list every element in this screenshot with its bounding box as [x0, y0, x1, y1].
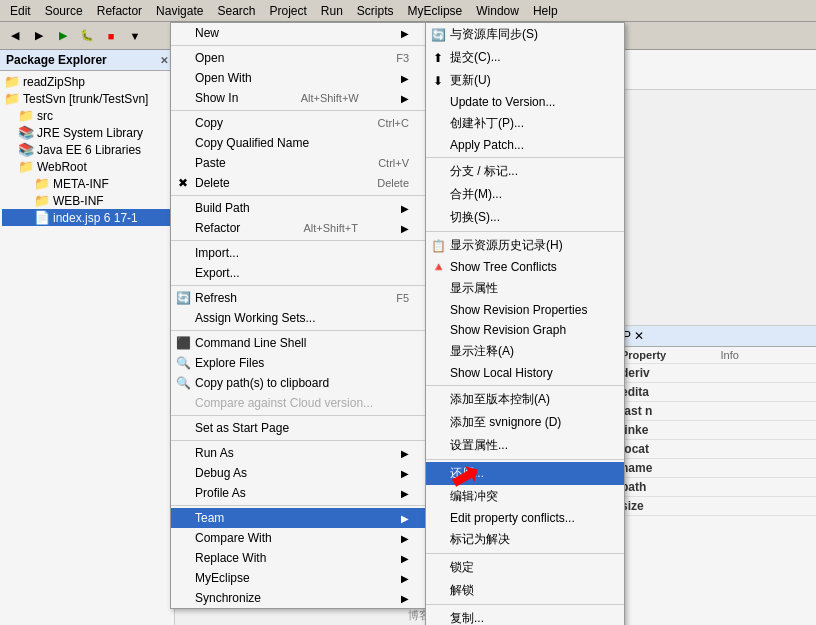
tree-item-jre[interactable]: 📚 JRE System Library — [2, 124, 172, 141]
team-submenu-item[interactable]: Show Revision Properties — [426, 300, 624, 320]
menu-source[interactable]: Source — [39, 2, 89, 20]
submenu-item-icon: 📋 — [430, 239, 446, 253]
tree-item-testsvn[interactable]: 📁 TestSvn [trunk/TestSvn] — [2, 90, 172, 107]
context-menu-item[interactable]: OpenF3 — [171, 48, 429, 68]
team-submenu-item[interactable]: Show Revision Graph — [426, 320, 624, 340]
team-submenu-item[interactable]: 复制... — [426, 607, 624, 625]
context-menu-item[interactable]: Replace With▶ — [171, 548, 429, 568]
team-submenu-item[interactable]: 解锁 — [426, 579, 624, 602]
tree-item-javaee[interactable]: 📚 Java EE 6 Libraries — [2, 141, 172, 158]
submenu-arrow-icon: ▶ — [401, 223, 409, 234]
tree-label: src — [37, 109, 53, 123]
context-menu-item[interactable]: RefactorAlt+Shift+T▶ — [171, 218, 429, 238]
menu-window[interactable]: Window — [470, 2, 525, 20]
team-submenu-item[interactable]: 显示属性 — [426, 277, 624, 300]
context-menu-item[interactable]: Compare against Cloud version... — [171, 393, 429, 413]
submenu-item-icon: 🔺 — [430, 260, 446, 274]
team-submenu-item[interactable]: 分支 / 标记... — [426, 160, 624, 183]
team-submenu-item[interactable]: 切换(S)... — [426, 206, 624, 229]
team-submenu-item[interactable]: Update to Version... — [426, 92, 624, 112]
property-key: path — [617, 478, 717, 496]
menu-separator — [171, 110, 429, 111]
folder-icon: 📁 — [34, 176, 50, 191]
team-submenu-item[interactable]: 编辑冲突 — [426, 485, 624, 508]
context-menu-item[interactable]: Set as Start Page — [171, 418, 429, 438]
toolbar-debug[interactable]: 🐛 — [76, 25, 98, 47]
tree-item-readzipshp[interactable]: 📁 readZipShp — [2, 73, 172, 90]
team-submenu-item[interactable]: 🔄与资源库同步(S) — [426, 23, 624, 46]
team-submenu-item[interactable]: 设置属性... — [426, 434, 624, 457]
context-menu-item[interactable]: Show InAlt+Shift+W▶ — [171, 88, 429, 108]
toolbar-dropdown[interactable]: ▼ — [124, 25, 146, 47]
context-menu-item[interactable]: PasteCtrl+V — [171, 153, 429, 173]
team-submenu-item[interactable]: 合并(M)... — [426, 183, 624, 206]
team-submenu-item[interactable]: 还原... — [426, 462, 624, 485]
context-menu-item[interactable]: Export... — [171, 263, 429, 283]
menu-item-icon: 🔄 — [175, 291, 191, 305]
tree-label: META-INF — [53, 177, 109, 191]
property-value — [717, 402, 817, 420]
context-menu-item[interactable]: Build Path▶ — [171, 198, 429, 218]
team-submenu-item[interactable]: ⬆提交(C)... — [426, 46, 624, 69]
menu-item-label: Build Path — [195, 201, 250, 215]
menu-scripts[interactable]: Scripts — [351, 2, 400, 20]
context-menu-item[interactable]: 🔄RefreshF5 — [171, 288, 429, 308]
team-submenu-item[interactable]: Edit property conflicts... — [426, 508, 624, 528]
team-submenu-item[interactable]: 标记为解决 — [426, 528, 624, 551]
context-menu-item[interactable]: Debug As▶ — [171, 463, 429, 483]
context-menu-item[interactable]: Assign Working Sets... — [171, 308, 429, 328]
toolbar-stop[interactable]: ■ — [100, 25, 122, 47]
context-menu-item[interactable]: Profile As▶ — [171, 483, 429, 503]
tree-item-src[interactable]: 📁 src — [2, 107, 172, 124]
property-header: Property — [617, 347, 717, 363]
context-menu-item[interactable]: Compare With▶ — [171, 528, 429, 548]
context-menu-item[interactable]: 🔍Explore Files — [171, 353, 429, 373]
menu-search[interactable]: Search — [211, 2, 261, 20]
team-submenu-item[interactable]: 📋显示资源历史记录(H) — [426, 234, 624, 257]
menu-navigate[interactable]: Navigate — [150, 2, 209, 20]
context-menu-item[interactable]: Copy Qualified Name — [171, 133, 429, 153]
tree-item-indexjsp[interactable]: 📄 index.jsp 6 17-1 — [2, 209, 172, 226]
context-menu-item[interactable]: New▶ — [171, 23, 429, 43]
context-menu-item[interactable]: MyEclipse▶ — [171, 568, 429, 588]
menu-item-shortcut: Alt+Shift+T — [283, 222, 357, 234]
package-explorer-close[interactable]: ✕ — [160, 55, 168, 66]
team-submenu-item[interactable]: 🔺Show Tree Conflicts — [426, 257, 624, 277]
context-menu-item[interactable]: Import... — [171, 243, 429, 263]
toolbar-forward[interactable]: ▶ — [28, 25, 50, 47]
context-menu-item[interactable]: Team▶ — [171, 508, 429, 528]
team-submenu-item[interactable]: 显示注释(A) — [426, 340, 624, 363]
team-submenu-item[interactable]: 创建补丁(P)... — [426, 112, 624, 135]
team-submenu-item[interactable]: Apply Patch... — [426, 135, 624, 155]
context-menu-item[interactable]: ✖DeleteDelete — [171, 173, 429, 193]
property-row: last n — [617, 402, 816, 421]
property-key: name — [617, 459, 717, 477]
menu-run[interactable]: Run — [315, 2, 349, 20]
menu-myeclipse[interactable]: MyEclipse — [402, 2, 469, 20]
context-menu-item[interactable]: Run As▶ — [171, 443, 429, 463]
menu-help[interactable]: Help — [527, 2, 564, 20]
menu-edit[interactable]: Edit — [4, 2, 37, 20]
toolbar-run[interactable]: ▶ — [52, 25, 74, 47]
tree-label: JRE System Library — [37, 126, 143, 140]
menu-refactor[interactable]: Refactor — [91, 2, 148, 20]
team-submenu-item[interactable]: Show Local History — [426, 363, 624, 383]
property-row: edita — [617, 383, 816, 402]
context-menu-item[interactable]: 🔍Copy path(s) to clipboard — [171, 373, 429, 393]
tree-item-webroot[interactable]: 📁 WebRoot — [2, 158, 172, 175]
tree-label: WebRoot — [37, 160, 87, 174]
submenu-item-label: 创建补丁(P)... — [450, 115, 524, 132]
tree-item-metainf[interactable]: 📁 META-INF — [2, 175, 172, 192]
team-submenu-item[interactable]: 添加至 svnignore (D) — [426, 411, 624, 434]
context-menu-item[interactable]: CopyCtrl+C — [171, 113, 429, 133]
submenu-item-label: 显示注释(A) — [450, 343, 514, 360]
menu-project[interactable]: Project — [263, 2, 312, 20]
context-menu-item[interactable]: Open With▶ — [171, 68, 429, 88]
context-menu-item[interactable]: Synchronize▶ — [171, 588, 429, 608]
context-menu-item[interactable]: ⬛Command Line Shell — [171, 333, 429, 353]
team-submenu-item[interactable]: ⬇更新(U) — [426, 69, 624, 92]
toolbar-back[interactable]: ◀ — [4, 25, 26, 47]
team-submenu-item[interactable]: 添加至版本控制(A) — [426, 388, 624, 411]
tree-item-webinf[interactable]: 📁 WEB-INF — [2, 192, 172, 209]
team-submenu-item[interactable]: 锁定 — [426, 556, 624, 579]
